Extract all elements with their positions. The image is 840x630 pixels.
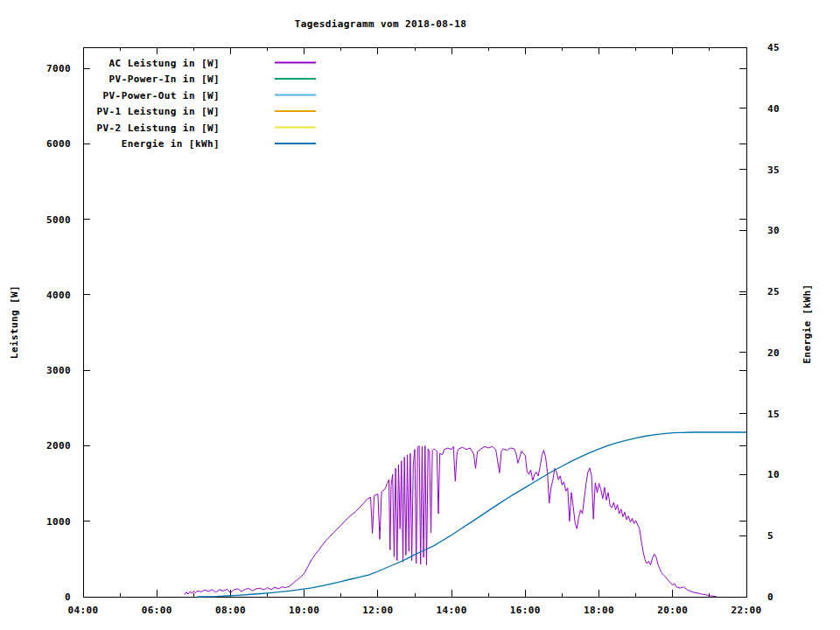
y-left-tick-label: 6000 — [46, 138, 71, 150]
y-right-tick-label: 40 — [767, 103, 780, 115]
x-tick-label: 08:00 — [215, 605, 246, 616]
x-tick-label: 10:00 — [289, 605, 319, 616]
legend-label: Energie in [kWh] — [122, 138, 220, 150]
x-tick-label: 04:00 — [67, 605, 98, 616]
plot-canvas: 04:0006:0008:0010:0012:0014:0016:0018:00… — [0, 0, 840, 630]
y-right-tick-label: 20 — [767, 347, 780, 359]
x-tick-label: 22:00 — [731, 605, 761, 616]
y-left-tick-label: 7000 — [46, 63, 71, 74]
y-right-tick-label: 45 — [767, 42, 780, 53]
x-tick-label: 16:00 — [510, 605, 541, 616]
y-right-tick-label: 35 — [767, 164, 780, 176]
x-tick-label: 18:00 — [584, 605, 614, 616]
y-left-tick-label: 4000 — [46, 290, 71, 301]
y-right-tick-label: 30 — [767, 225, 780, 236]
y-left-tick-label: 3000 — [46, 365, 71, 376]
y-right-tick-label: 15 — [767, 409, 780, 420]
legend-label: AC Leistung in [W] — [109, 58, 220, 69]
daily-diagram-chart: Tagesdiagramm vom 2018-08-18 Leistung [W… — [0, 0, 840, 630]
y-right-tick-label: 0 — [767, 592, 774, 603]
legend-label: PV-Power-Out in [W] — [103, 90, 220, 102]
series-energie — [198, 432, 747, 597]
x-tick-label: 12:00 — [362, 605, 393, 616]
y-right-tick-label: 5 — [767, 530, 774, 542]
x-tick-label: 14:00 — [437, 605, 467, 616]
legend-label: PV-Power-In in [W] — [109, 74, 220, 85]
x-tick-label: 20:00 — [657, 605, 688, 616]
y-right-tick-label: 25 — [767, 286, 780, 298]
y-left-tick-label: 5000 — [46, 214, 71, 226]
y-left-tick-label: 0 — [65, 592, 71, 603]
y-left-tick-label: 1000 — [46, 516, 71, 528]
y-right-tick-label: 10 — [767, 469, 780, 480]
x-tick-label: 06:00 — [142, 605, 172, 616]
legend-label: PV-2 Leistung in [W] — [97, 122, 220, 134]
y-left-tick-label: 2000 — [46, 440, 71, 452]
series-ac-leistung — [185, 445, 718, 597]
legend-label: PV-1 Leistung in [W] — [97, 106, 220, 117]
